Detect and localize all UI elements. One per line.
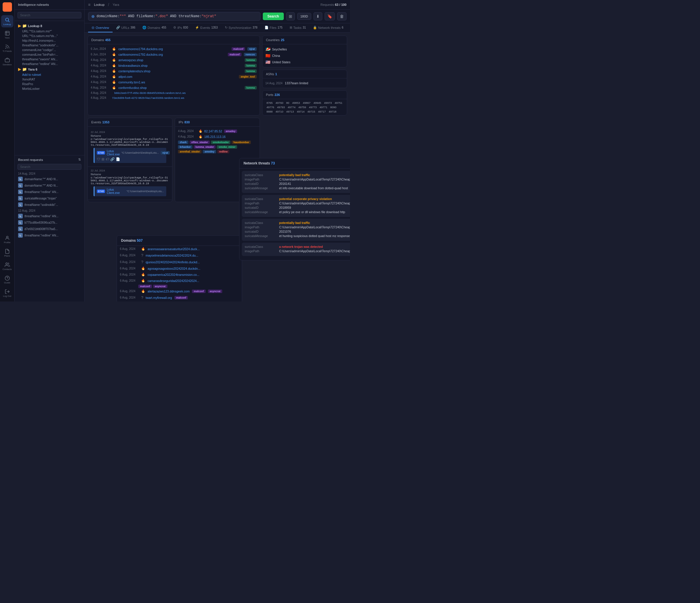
table-row[interactable]: 4 Aug, 2024 🔥 community.tsrv1.ws	[88, 79, 259, 85]
search-button[interactable]: Search	[263, 12, 284, 20]
nav-tab-files[interactable]: 📄 Files 175	[261, 23, 286, 32]
copy-icon[interactable]: ⊞	[101, 157, 104, 161]
list-item[interactable]: 🇸🇨 Seychelles	[262, 46, 347, 52]
list-item[interactable]: 4 Aug, 2024 🔥 82.147.85.52 amadey	[175, 128, 259, 134]
list-item[interactable]: L d7e6921bfd008f707ba5...	[15, 226, 84, 232]
list-item[interactable]: L threatName:"redline" AN...	[15, 189, 84, 195]
tree-item[interactable]: threatName:"redline" AN...	[15, 61, 84, 66]
sidebar-item-plans[interactable]: Plans	[1, 247, 14, 259]
sidebar-item-profile[interactable]: Profile	[1, 233, 14, 246]
bookmark-button[interactable]: 🔖	[325, 12, 335, 20]
hamburger-icon[interactable]: ≡	[88, 2, 91, 7]
fire-icon: 🔥	[112, 52, 116, 56]
nav-tab-domains[interactable]: 🌐 Domains 455	[139, 23, 170, 32]
list-item[interactable]: L threatName:"redline" AN...	[15, 213, 84, 219]
list-item[interactable]: 14 Aug, 2024 1337team limited	[262, 80, 347, 86]
sidebar-item-ti-feeds[interactable]: TI Feeds	[1, 42, 14, 54]
tree-item[interactable]: threatName:"sodinokirbi"...	[15, 43, 84, 48]
nav-tab-events[interactable]: ⚡ Events 1353	[192, 23, 221, 32]
table-row[interactable]: 4 Aug, 2024 b66c2ee0-f77f-455c-bb30-9b84…	[88, 91, 259, 95]
table-row[interactable]: 6 Aug, 2024 🔥 alertazazws123.ddnsgeek.co…	[117, 288, 242, 294]
list-item[interactable]: 4 Aug, 2024 🔥 185.215.113.16	[175, 134, 259, 140]
list-item[interactable]: L domainName:"*" AND fil...	[15, 176, 84, 182]
list-item[interactable]: L threatName:"redline" AN...	[15, 232, 84, 238]
tree-item-mortislocker[interactable]: MortisLocker	[15, 86, 84, 91]
tag-asyncrat: asyncrat	[208, 290, 222, 293]
table-row[interactable]: 6 Aug, 2024 🔥 copaamerica2022024transmis…	[117, 272, 242, 278]
table-row[interactable]: 6 Aug, 2024 🔥 camarasdeseguridad20242024…	[117, 278, 242, 284]
exe-path: "C:\Users\admin\Desktop\Lotu...	[122, 151, 159, 154]
list-item[interactable]: 🇨🇳 China	[262, 52, 347, 59]
lookup-folder[interactable]: ▶ 📁 Lookup 8	[15, 23, 84, 29]
list-item[interactable]: L suricataMessage:"trojan"	[15, 195, 84, 201]
nt-row: suricataID 2018959	[245, 206, 350, 209]
tree-item[interactable]: threatName:"xworm" AN...	[15, 57, 84, 61]
row-date: 6 Jun, 2024	[91, 53, 110, 56]
recent-item-text: threatName:"redline" AN...	[25, 234, 59, 237]
table-row[interactable]: 4 Aug, 2024 🔥 atlpvt.com angler_tool	[88, 74, 259, 79]
table-row[interactable]: 6 Aug, 2024 ? mayoelmesdelamosca20242202…	[117, 252, 242, 259]
sidebar-item-guide[interactable]: Guide	[1, 274, 14, 286]
table-row[interactable]: 4 Aug, 2024 🔥 conformfucdioz.shop lumma	[88, 85, 259, 91]
tree-item-risepro[interactable]: RisePro	[15, 82, 84, 86]
domain-name: b66c2ee0-f77f-455c-bb30-9b845f1006cb.ran…	[114, 91, 257, 95]
yara-folder[interactable]: ▶ 📁 Yara 6	[15, 66, 84, 72]
event-label: fileName	[91, 173, 169, 176]
tab-lookup[interactable]: Lookup	[91, 2, 107, 7]
table-row[interactable]: 6 Aug, 2024 ? twart.myfirewall.org malco…	[117, 294, 242, 301]
left-search-input[interactable]	[18, 12, 81, 18]
list-item[interactable]: L b775cd8be83696ca37b...	[15, 219, 84, 226]
sidebar-item-logout[interactable]: Log Out	[1, 287, 14, 299]
tab-yara[interactable]: Yara	[110, 2, 122, 7]
tree-item[interactable]: URL:"*l1s.saturn.ms*"	[15, 29, 84, 33]
table-row[interactable]: 6 Jun, 2024 🔥 carlitosmoreno1794.duckdns…	[88, 46, 259, 52]
list-item[interactable]: L domainName:"*" AND fil...	[15, 182, 84, 189]
sidebar-item-contacts[interactable]: Contacts	[1, 260, 14, 272]
question-icon: ?	[141, 260, 143, 264]
tag-malconf: malconf	[228, 53, 242, 56]
table-row[interactable]: 4 Aug, 2024 🔥 bindceasdiwozx.shop lumma	[88, 63, 259, 68]
list-item[interactable]: L threatName:"sodinokibi"...	[15, 201, 84, 208]
table-row[interactable]: 6 Aug, 2024 🔥 metropolispedro16.con-ip.c…	[117, 301, 242, 301]
fire-icon: 🔥	[141, 273, 145, 276]
nav-tab-sync[interactable]: ↻ Synchronization 378	[221, 23, 261, 32]
recent-badge: L	[18, 220, 23, 225]
row-date: 4 Aug, 2024	[91, 58, 110, 61]
list-item[interactable]: 🇺🇸 United States	[262, 59, 347, 65]
add-ruleset-button[interactable]: Add to ruleset	[15, 72, 84, 77]
tag-njrat: njrat	[247, 47, 257, 51]
sidebar-item-yara[interactable]: Yara	[1, 29, 14, 41]
sort-icon[interactable]: ⇅	[78, 158, 81, 161]
table-row[interactable]: 4 Aug, 2024 72ec8d09-fce8-4272-9829-f4a1…	[88, 95, 259, 100]
recent-search-input[interactable]	[18, 164, 81, 170]
tree-item[interactable]: http://fresh1.ironorepro...	[15, 38, 84, 43]
nav-tab-network[interactable]: 🔒 Network threats 6	[309, 23, 347, 32]
table-row[interactable]: 6 Aug, 2024 🔥 agosagosagostooo20242024.d…	[117, 265, 242, 272]
link-icon[interactable]: 🔗	[110, 157, 115, 161]
shield-icon[interactable]: 🛡	[97, 157, 100, 161]
table-row[interactable]: 4 Aug, 2024 🔥 arriveoxpzxo.shop lumma	[88, 57, 259, 63]
table-row[interactable]: 6 Aug, 2024 ? qjunioo20240202442024infin…	[117, 259, 242, 265]
nav-tab-urls[interactable]: 🔗 URLs 386	[112, 23, 139, 32]
sidebar-item-sandbox[interactable]: Sandbox	[1, 55, 14, 68]
tree-item[interactable]: commandLine:"binPath=...	[15, 52, 84, 57]
tag-icon[interactable]: 🏷	[106, 157, 109, 161]
event-highlighted[interactable]: 6748 Lotus Client.exe "C:\Users\admin\De…	[94, 148, 166, 163]
tree-item[interactable]: URL:"*l1s.saturn.ms*ds..."	[15, 33, 84, 38]
table-row[interactable]: 6 Jun, 2024 🔥 carlitosmoreno1792.duckdns…	[88, 52, 259, 57]
file-icon[interactable]: 📄	[116, 157, 120, 161]
table-row[interactable]: 4 Aug, 2024 🔥 contemplateodszv.shop lumm…	[88, 68, 259, 74]
event-highlighted[interactable]: 6748 Lotus Client.exe "C:\Users\admin\De…	[94, 186, 166, 196]
tree-item[interactable]: commandLine:"codigo"...	[15, 48, 84, 52]
tag: zhark	[178, 141, 189, 144]
copy-button[interactable]: ⊞	[286, 12, 295, 20]
nav-tab-overview[interactable]: ◎ Overview	[88, 23, 112, 32]
tag-malconf: malconf	[138, 284, 152, 288]
nav-tab-ips[interactable]: ⚙ IPs 830	[170, 23, 192, 32]
table-row[interactable]: 6 Aug, 2024 🔥 arannsasaaransasaturituri2…	[117, 246, 242, 252]
download-button[interactable]: ⬇	[314, 12, 322, 20]
sidebar-item-lookup[interactable]: Lookup	[1, 15, 14, 27]
nav-tab-tasks[interactable]: ⊞ Tasks 31	[286, 23, 309, 32]
tree-item-xenorat[interactable]: XenoRAT	[15, 77, 84, 82]
delete-button[interactable]: 🗑	[337, 12, 347, 20]
